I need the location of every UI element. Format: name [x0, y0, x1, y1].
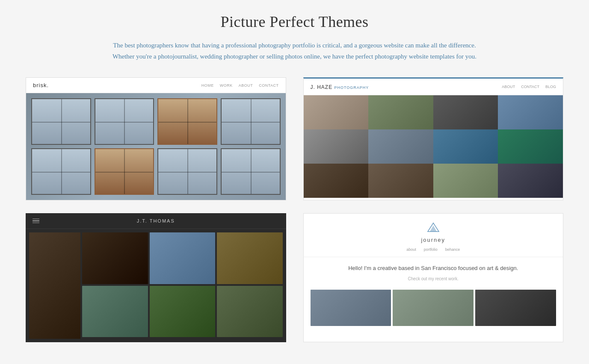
journey-photo-mountain — [311, 290, 391, 326]
theme-card-journey[interactable]: journey about portfolio behance Hello! I… — [303, 213, 564, 342]
theme-card-brisk[interactable]: brisk. HOME WORK ABOUT CONTACT — [26, 77, 286, 200]
jtthomas-logo: J.T. THOMAS — [137, 218, 175, 223]
jtthomas-left-col — [29, 232, 80, 339]
jtthomas-photo-bridge — [217, 286, 283, 338]
jhaze-photo-11 — [433, 164, 498, 198]
window-4 — [221, 98, 281, 145]
jhaze-photo-8 — [498, 129, 563, 164]
brisk-nav: HOME WORK ABOUT CONTACT — [201, 83, 279, 88]
journey-bio-text: Hello! I'm a creative based in San Franc… — [348, 264, 518, 273]
window-5 — [31, 148, 91, 195]
brisk-header: brisk. HOME WORK ABOUT CONTACT — [26, 78, 286, 93]
window-2 — [95, 98, 154, 145]
jhaze-photo-3 — [433, 95, 498, 129]
page-title: Picture Perfect Themes — [26, 13, 563, 31]
jhaze-header: J. HAZE PHOTOGRAPHY ABOUT CONTACT BLOG — [304, 79, 563, 95]
journey-nav: about portfolio behance — [406, 247, 460, 252]
journey-logo-text: journey — [421, 237, 445, 243]
jhaze-photo-10 — [368, 164, 433, 198]
jhaze-photo-1 — [304, 95, 369, 129]
theme-card-jtthomas[interactable]: J.T. THOMAS — [26, 213, 286, 342]
jhaze-gallery — [304, 95, 563, 198]
jtthomas-photo-waves — [150, 232, 216, 284]
window-8 — [221, 148, 281, 195]
window-3 — [157, 98, 217, 145]
jhaze-logo-group: J. HAZE PHOTOGRAPHY — [311, 83, 369, 91]
hamburger-icon — [33, 219, 39, 223]
window-7 — [157, 148, 217, 195]
window-6 — [95, 148, 154, 195]
journey-cta: Check out my recent work. — [348, 276, 518, 281]
jtthomas-photo-cave — [82, 232, 148, 284]
jtthomas-photo-forest-road — [150, 286, 216, 338]
jhaze-photo-4 — [498, 95, 563, 129]
jhaze-photo-2 — [368, 95, 433, 129]
jtthomas-photo-house — [82, 286, 148, 338]
journey-photo-beach — [393, 290, 474, 326]
jtthomas-photo-mountain — [217, 232, 283, 284]
brisk-image — [26, 93, 286, 200]
jtthomas-main-grid — [82, 232, 283, 339]
journey-logo-icon — [427, 222, 440, 232]
jhaze-photo-6 — [368, 129, 433, 164]
jtthomas-gallery — [26, 229, 286, 342]
journey-photo-car — [475, 290, 556, 326]
jhaze-photo-12 — [498, 164, 563, 198]
window-1 — [31, 98, 91, 145]
journey-gallery — [304, 288, 563, 333]
jtthomas-photo-cup — [29, 232, 80, 339]
jhaze-photo-7 — [433, 129, 498, 164]
page-description: The best photographers know that having … — [81, 40, 509, 62]
journey-bio: Hello! I'm a creative based in San Franc… — [341, 257, 525, 288]
jhaze-photo-5 — [304, 129, 369, 164]
jhaze-photo-9 — [304, 164, 369, 198]
journey-header: journey about portfolio behance — [304, 214, 563, 257]
themes-grid: brisk. HOME WORK ABOUT CONTACT J. HAZE P… — [26, 77, 563, 342]
theme-card-jhaze[interactable]: J. HAZE PHOTOGRAPHY ABOUT CONTACT BLOG — [303, 77, 564, 200]
jtthomas-header: J.T. THOMAS — [26, 213, 286, 229]
brisk-logo: brisk. — [33, 82, 49, 88]
jhaze-nav: ABOUT CONTACT BLOG — [502, 85, 556, 89]
